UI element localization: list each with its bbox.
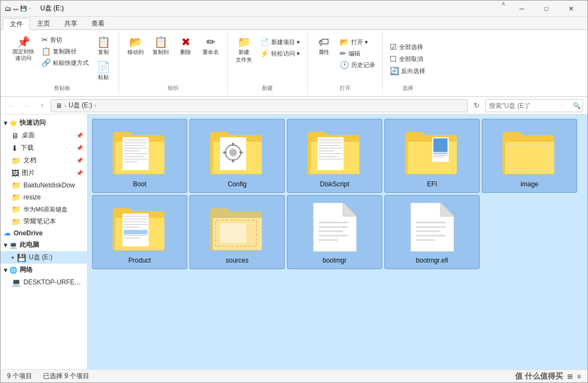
cut-button[interactable]: ✂ 剪切 — [39, 34, 91, 45]
copy-path-icon: 📋 — [41, 47, 51, 56]
easy-access-button[interactable]: ⚡ 轻松访问 ▾ — [257, 48, 303, 59]
onedrive-expand-icon: ☁ — [4, 229, 10, 237]
svg-rect-62 — [318, 235, 348, 236]
forward-button[interactable]: → — [20, 99, 33, 112]
copy-to-button[interactable]: 📋 复制到 — [149, 34, 173, 58]
history-icon: 🕐 — [340, 60, 349, 69]
file-item-bootmgr-efi[interactable]: bootmgr.efi — [384, 195, 480, 269]
edit-button[interactable]: ✏ 编辑 — [337, 48, 378, 59]
new-item-button[interactable]: 📄 新建项目 ▾ — [257, 37, 303, 47]
file-item-boot[interactable]: Boot — [92, 119, 187, 193]
svg-rect-36 — [433, 153, 448, 154]
sidebar-quickaccess-header[interactable]: ▾ ⭐ 快速访问 — [1, 117, 87, 129]
properties-button[interactable]: 🏷 属性 — [312, 34, 336, 58]
tab-view[interactable]: 查看 — [84, 17, 112, 29]
quickaccess-icon: ⭐ — [9, 119, 17, 127]
sidebar-item-desktop-network[interactable]: 💻 DESKTOP-URFESP▸ — [7, 276, 87, 288]
ribbon-group-open: 🏷 属性 📂 打开 ▾ ✏ 编辑 🕐 历史记录 打开 — [308, 32, 383, 94]
sidebar-item-desktop[interactable]: 🖥 桌面 📌 — [7, 129, 87, 142]
desktop-network-icon: 💻 — [11, 278, 21, 287]
save-icon: 💾 — [20, 5, 27, 11]
sidebar-item-resize[interactable]: 📁 resize — [7, 191, 87, 203]
sidebar-item-downloads[interactable]: ⬇ 下载 📌 — [7, 142, 87, 154]
quick-access-icon: ▬ — [13, 5, 19, 11]
history-button[interactable]: 🕐 历史记录 — [337, 59, 378, 70]
sidebar-item-baidu[interactable]: 📁 BaiduNetdiskDow — [7, 179, 87, 191]
file-item-bootmgr[interactable]: bootmgr — [287, 195, 382, 269]
new-item-icon: 📄 — [260, 38, 269, 46]
file-item-image[interactable]: image — [482, 119, 577, 193]
select-all-button[interactable]: ☑ 全部选择 — [387, 41, 426, 52]
diskscript-folder-icon — [302, 124, 367, 178]
delete-button[interactable]: ✖ 删除 — [174, 34, 198, 58]
resize-folder-icon: 📁 — [11, 193, 21, 202]
udisk-arrow-icon: ▾ — [11, 255, 14, 260]
file-item-sources[interactable]: sources — [189, 195, 285, 269]
sidebar-item-udisk[interactable]: ▾ 💾 U盘 (E:) — [1, 251, 87, 264]
tab-home[interactable]: 主页 — [30, 17, 57, 29]
sources-folder-icon — [205, 200, 270, 254]
path-home-icon: 🖥 — [56, 102, 62, 110]
tab-share[interactable]: 共享 — [57, 17, 84, 29]
scissors-icon: ✂ — [41, 35, 48, 44]
pin-to-quickaccess-button[interactable]: 📌 固定到快速访问 — [9, 34, 38, 64]
svg-rect-27 — [318, 148, 342, 149]
select-label: 选择 — [402, 84, 413, 92]
undo-icon: ↩ — [28, 5, 33, 11]
tab-file[interactable]: 文件 — [3, 18, 30, 30]
svg-rect-7 — [124, 150, 140, 151]
view-icon-list[interactable]: ≡ — [577, 373, 581, 380]
paste-icon: 📄 — [97, 62, 111, 72]
properties-icon: 🏷 — [318, 37, 329, 47]
file-item-config[interactable]: Config — [189, 119, 285, 193]
paste-shortcut-button[interactable]: 🔗 粘贴快捷方式 — [39, 57, 91, 68]
network-icon: 🌐 — [9, 266, 17, 274]
delete-icon: ✖ — [181, 37, 191, 47]
thispc-icon: 💻 — [9, 241, 17, 249]
move-icon: 📂 — [129, 37, 143, 47]
sidebar-thispc-header[interactable]: ▾ 💻 此电脑 — [1, 239, 87, 251]
refresh-button[interactable]: ↻ — [470, 99, 483, 112]
deselect-all-button[interactable]: ☐ 全部取消 — [387, 53, 426, 64]
close-button[interactable]: ✕ — [559, 1, 583, 17]
total-items: 9 个项目 — [7, 372, 32, 381]
title-text: U盘 (E:) — [40, 4, 64, 13]
move-to-button[interactable]: 📂 移动到 — [124, 34, 148, 58]
copy-button[interactable]: 📋 复制 — [93, 34, 114, 58]
back-button[interactable]: ← — [5, 99, 18, 112]
sidebar-item-huawei[interactable]: 📁 华为M6原装键盘 — [7, 203, 87, 215]
new-folder-button[interactable]: 📁 新建文件夹 — [232, 34, 256, 66]
pictures-icon: 🖼 — [11, 169, 19, 178]
maximize-button[interactable]: □ — [534, 1, 559, 17]
ribbon-group-select: ☑ 全部选择 ☐ 全部取消 🔄 反向选择 选择 — [383, 32, 432, 94]
view-icon-large[interactable]: ⊞ — [567, 373, 573, 380]
invert-selection-button[interactable]: 🔄 反向选择 — [387, 65, 428, 76]
ribbon-tabs: 文件 主页 共享 查看 — [1, 17, 587, 30]
paste-button[interactable]: 📄 粘贴 — [93, 59, 114, 83]
sidebar-item-pictures[interactable]: 🖼 图片 📌 — [7, 167, 87, 179]
easy-access-icon: ⚡ — [260, 49, 269, 58]
open-button[interactable]: 📂 打开 ▾ — [337, 37, 378, 47]
search-input[interactable] — [489, 102, 571, 110]
config-folder-icon — [205, 124, 270, 178]
up-button[interactable]: ↑ — [35, 99, 48, 112]
title-bar-icon: 🗂 ▬ 💾 ↩ — [5, 5, 33, 13]
file-item-product[interactable]: Product — [92, 195, 187, 269]
sidebar-item-honor[interactable]: 📁 荣耀笔记本 — [7, 215, 87, 228]
address-path[interactable]: 🖥 › U盘 (E:) › — [51, 99, 468, 112]
sidebar-onedrive-header[interactable]: ☁ OneDrive — [1, 228, 87, 239]
svg-rect-6 — [124, 148, 148, 149]
content-area[interactable]: Boot — [88, 114, 587, 369]
rename-button[interactable]: ✏ 重命名 — [199, 34, 223, 58]
status-info: 9 个项目 已选择 9 个项目 — [7, 372, 89, 381]
search-box: 🔍 — [485, 99, 583, 112]
sidebar-network-header[interactable]: ▾ 🌐 网络 — [1, 264, 87, 276]
sidebar-item-documents[interactable]: 📁 文档 📌 — [7, 154, 87, 167]
file-item-efi[interactable]: EFI — [384, 119, 480, 193]
file-item-diskscript[interactable]: DiskScript — [287, 119, 382, 193]
svg-marker-40 — [505, 142, 554, 174]
svg-rect-70 — [416, 239, 435, 241]
bootmgr-efi-file-icon — [400, 200, 465, 254]
minimize-button[interactable]: ─ — [510, 1, 534, 17]
copy-path-button[interactable]: 📋 复制路径 — [39, 46, 91, 57]
